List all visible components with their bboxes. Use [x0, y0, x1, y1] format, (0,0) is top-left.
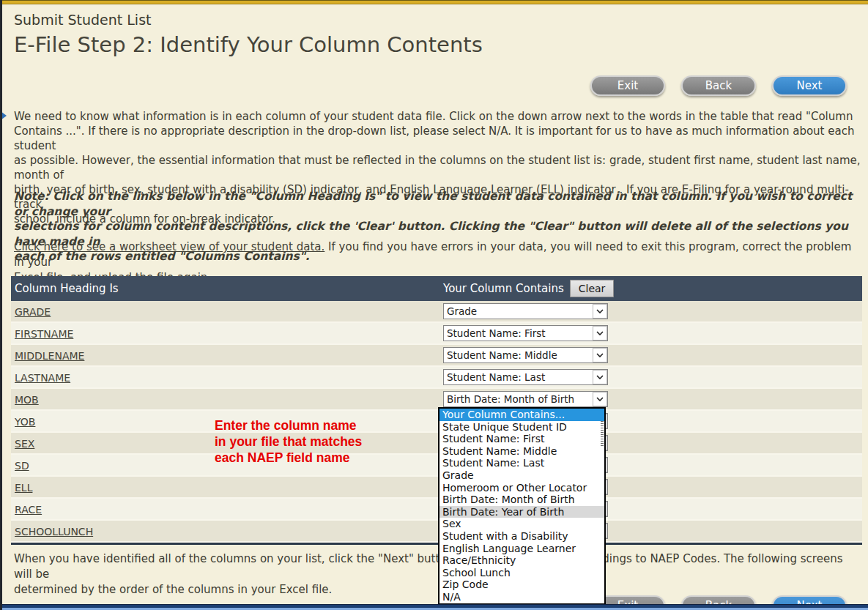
- annotation-line: Enter the column name: [215, 417, 362, 434]
- table-bottom-border: [11, 543, 862, 545]
- column-contains-select[interactable]: Birth Date: Month of Birth: [443, 391, 608, 407]
- bottom-bar: [0, 604, 868, 610]
- dropdown-option[interactable]: Birth Date: Month of Birth: [439, 494, 604, 506]
- column-heading-link[interactable]: YOB: [15, 416, 35, 428]
- dropdown-option[interactable]: Grade: [439, 469, 604, 482]
- table-row: MIDDLENAMEStudent Name: Middle: [11, 345, 862, 367]
- table-row: FIRSTNAMEStudent Name: First: [11, 323, 862, 345]
- dropdown-option[interactable]: Student Name: First: [439, 433, 604, 445]
- intro-line: as possible. However, the essential info…: [14, 153, 862, 182]
- column-heading-link[interactable]: LASTNAME: [15, 372, 70, 384]
- column-contains-select[interactable]: Grade: [443, 303, 608, 319]
- page-title: E-File Step 2: Identify Your Column Cont…: [14, 32, 483, 57]
- table-body: GRADEGradeFIRSTNAMEStudent Name: FirstMI…: [11, 301, 862, 543]
- back-button[interactable]: Back: [681, 75, 756, 96]
- column-heading-link[interactable]: GRADE: [15, 306, 51, 318]
- column-heading-link[interactable]: RACE: [15, 504, 42, 516]
- worksheet-view-link[interactable]: Click here to see a worksheet view of yo…: [14, 240, 324, 253]
- column-heading-link[interactable]: SCHOOLLUNCH: [15, 526, 93, 538]
- select-value: Student Name: First: [444, 327, 593, 339]
- annotation-line: each NAEP field name: [215, 450, 362, 466]
- chevron-down-icon[interactable]: [593, 304, 607, 319]
- column-contains-select[interactable]: Student Name: Last: [443, 369, 608, 385]
- table-row: YOB: [11, 411, 862, 433]
- next-button[interactable]: Next: [772, 75, 847, 96]
- left-border: [0, 0, 2, 610]
- table-header: Column Heading Is Your Column Contains C…: [11, 276, 862, 301]
- annotation-line: in your file that matches: [215, 434, 362, 450]
- column-heading-link[interactable]: FIRSTNAME: [15, 328, 73, 340]
- dropdown-option[interactable]: Student Name: Middle: [439, 445, 604, 458]
- table-row: SCHOOLLUNCH: [11, 521, 862, 543]
- dropdown-option[interactable]: Your Column Contains...: [439, 409, 604, 421]
- your-column-contains-header: Your Column Contains Clear: [441, 280, 614, 297]
- table-row: GRADEGrade: [11, 301, 862, 323]
- dropdown-option[interactable]: Sex: [439, 518, 604, 530]
- chevron-down-icon[interactable]: [593, 392, 607, 406]
- select-value: Student Name: Middle: [444, 349, 593, 361]
- dropdown-option[interactable]: N/A: [439, 591, 604, 603]
- red-annotation: Enter the column name in your file that …: [215, 417, 362, 466]
- clear-button[interactable]: Clear: [570, 280, 615, 297]
- column-heading-is-header: Column Heading Is: [11, 282, 441, 295]
- note-line: Note: Click on the links below in the "C…: [14, 189, 864, 219]
- chevron-down-icon[interactable]: [593, 326, 607, 341]
- intro-line: We need to know what information is in e…: [14, 109, 862, 124]
- top-button-row: Exit Back Next: [590, 75, 847, 96]
- dropdown-option[interactable]: Race/Ethnicity: [439, 554, 604, 567]
- dropdown-option[interactable]: Student with a Disability: [439, 530, 604, 543]
- exit-button[interactable]: Exit: [590, 75, 665, 96]
- column-mapping-table: Column Heading Is Your Column Contains C…: [11, 276, 862, 545]
- table-row: SEX: [11, 433, 862, 455]
- page-subtitle: Submit Student List: [14, 12, 152, 28]
- dropdown-option[interactable]: Homeroom or Other Locator: [439, 482, 604, 494]
- column-heading-link[interactable]: MIDDLENAME: [15, 350, 84, 362]
- chevron-down-icon[interactable]: [593, 370, 607, 384]
- dropdown-option[interactable]: State Unique Student ID: [439, 421, 604, 434]
- dropdown-option[interactable]: English Language Learner: [439, 543, 604, 555]
- column-heading-link[interactable]: MOB: [15, 394, 39, 406]
- table-row: ELL: [11, 477, 862, 499]
- top-gold-bar: [0, 0, 868, 4]
- dropdown-option[interactable]: Birth Date: Year of Birth: [439, 506, 604, 518]
- dropdown-scrollbar[interactable]: [601, 421, 604, 446]
- dropdown-option[interactable]: Student Name: Last: [439, 457, 604, 469]
- select-value: Birth Date: Month of Birth: [444, 393, 593, 405]
- select-value: Student Name: Last: [444, 371, 593, 383]
- column-contains-select[interactable]: Student Name: First: [443, 325, 608, 341]
- dropdown-option[interactable]: Zip Code: [439, 579, 604, 591]
- intro-line: Contains ...". If there is no appropriat…: [14, 124, 862, 153]
- dropdown-option[interactable]: School Lunch: [439, 567, 604, 579]
- chevron-down-icon[interactable]: [593, 348, 607, 362]
- column-contains-select[interactable]: Student Name: Middle: [443, 347, 608, 363]
- worksheet-line: Click here to see a worksheet view of yo…: [14, 239, 862, 270]
- table-row: SD: [11, 455, 862, 477]
- column-contains-dropdown[interactable]: Your Column Contains...State Unique Stud…: [438, 407, 606, 605]
- column-heading-link[interactable]: SD: [15, 460, 29, 472]
- select-value: Grade: [444, 305, 593, 317]
- your-column-contains-label: Your Column Contains: [443, 282, 564, 295]
- column-heading-link[interactable]: SEX: [15, 438, 34, 450]
- table-row: MOBBirth Date: Month of Birth: [11, 389, 862, 411]
- table-row: RACE: [11, 499, 862, 521]
- column-heading-link[interactable]: ELL: [15, 482, 32, 494]
- table-row: LASTNAMEStudent Name: Last: [11, 367, 862, 389]
